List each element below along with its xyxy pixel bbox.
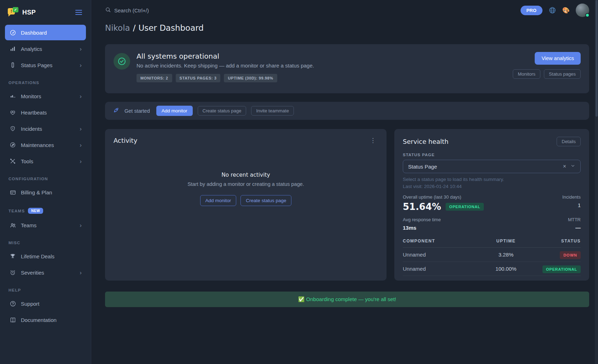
menu-toggle-button[interactable]: [74, 9, 83, 16]
sidebar-item-analytics[interactable]: Analytics ›: [5, 41, 86, 57]
status-page-select[interactable]: Status Page ×: [403, 160, 581, 173]
table-header-row: COMPONENT UPTIME STATUS: [403, 235, 581, 248]
add-monitor-button[interactable]: Add monitor: [156, 106, 193, 116]
table-row: Unnamed 3.28% DOWN: [403, 248, 581, 262]
online-status-dot: [585, 13, 590, 17]
sidebar-item-heartbeats[interactable]: Heartbeats: [5, 105, 86, 120]
section-header-teams: TEAMS NEW: [5, 201, 86, 217]
app-root: ! ✓ HSP Dashboard Analytics › Status Pag…: [0, 0, 598, 364]
question-circle-icon: [9, 300, 16, 307]
sidebar-item-incidents[interactable]: Incidents ›: [5, 121, 86, 136]
sidebar-item-label: Tools: [21, 158, 33, 164]
sidebar-item-billing-plan[interactable]: Billing & Plan: [5, 184, 86, 200]
hero-title: All systems operational: [137, 52, 314, 60]
main-content: Search (Ctrl+/) PRO 🎨 Nikola/User Dashbo…: [91, 0, 598, 364]
section-header-misc: MISC: [5, 234, 86, 248]
theme-palette-icon[interactable]: 🎨: [562, 7, 570, 14]
status-pages-button[interactable]: Status pages: [544, 69, 581, 79]
clear-icon[interactable]: ×: [563, 163, 566, 170]
page-title: User Dashboard: [138, 23, 204, 33]
sidebar-item-label: Lifetime Deals: [21, 253, 54, 259]
topbar-actions: PRO 🎨: [521, 4, 589, 17]
sidebar-item-monitors[interactable]: Monitors ›: [5, 88, 86, 104]
component-cell: Unnamed: [403, 262, 477, 276]
tools-icon: [9, 158, 16, 165]
hero-subtitle: No active incidents. Keep shipping — add…: [137, 63, 314, 69]
add-monitor-button[interactable]: Add monitor: [200, 195, 237, 206]
sidebar-item-label: Monitors: [21, 93, 41, 99]
activity-empty-state: No recent activity Start by adding a mon…: [114, 172, 378, 206]
chevron-down-icon[interactable]: [570, 163, 575, 170]
avg-response-stat: Avg response time 13ms: [403, 217, 441, 231]
last-visit-text: Last visit: 2026-01-24 10:44: [403, 184, 581, 189]
rocket-icon: [113, 107, 120, 115]
uptime-header: UPTIME: [477, 235, 534, 248]
system-status-card: All systems operational No active incide…: [105, 44, 589, 93]
select-helper-text: Select a status page to load its health …: [403, 177, 581, 182]
user-avatar[interactable]: [576, 4, 589, 17]
sidebar-item-maintenances[interactable]: Maintenances ›: [5, 137, 86, 153]
status-header: STATUS: [534, 235, 581, 248]
view-analytics-button[interactable]: View analytics: [535, 52, 581, 65]
get-started-label: Get started: [124, 108, 150, 114]
sidebar-item-dashboard[interactable]: Dashboard: [5, 25, 86, 40]
hero-actions: View analytics Monitors Status pages: [513, 52, 581, 79]
sidebar-item-label: Heartbeats: [21, 110, 47, 116]
monitors-chart-icon: [9, 93, 16, 100]
language-globe-icon[interactable]: [548, 6, 556, 14]
avg-response-value: 13ms: [403, 225, 441, 231]
book-icon: [9, 316, 16, 323]
chevron-right-icon: ›: [80, 142, 82, 148]
chevron-right-icon: ›: [80, 93, 82, 99]
sidebar-item-label: Documentation: [21, 317, 57, 323]
chevron-right-icon: ›: [80, 62, 82, 68]
hero-text: All systems operational No active incide…: [137, 52, 314, 86]
monitors-button[interactable]: Monitors: [513, 69, 540, 79]
invite-teammate-button[interactable]: Invite teammate: [251, 106, 294, 116]
sidebar-item-label: Support: [21, 301, 40, 307]
sidebar-item-support[interactable]: Support: [5, 296, 86, 311]
uptime-label: Overall uptime (last 30 days): [403, 194, 484, 200]
scrollbar[interactable]: [595, 0, 598, 364]
section-header-operations: OPERATIONS: [5, 74, 86, 88]
empty-state-subtitle: Start by adding a monitor or creating a …: [114, 181, 378, 187]
alarm-clock-icon: [9, 269, 16, 276]
chevron-right-icon: ›: [80, 222, 82, 228]
create-status-page-button[interactable]: Create status page: [198, 106, 246, 116]
incidents-label: Incidents: [562, 194, 581, 200]
logo-row: ! ✓ HSP: [5, 6, 86, 24]
sidebar-item-tools[interactable]: Tools ›: [5, 153, 86, 169]
avg-response-label: Avg response time: [403, 217, 441, 222]
incidents-value: 1: [562, 202, 581, 208]
search-placeholder: Search (Ctrl+/): [114, 7, 149, 13]
pro-badge[interactable]: PRO: [521, 6, 542, 15]
sidebar-item-teams[interactable]: Teams ›: [5, 217, 86, 233]
sidebar: ! ✓ HSP Dashboard Analytics › Status Pag…: [0, 0, 91, 364]
section-header-configuration: CONFIGURATION: [5, 170, 86, 184]
operational-badge: OPERATIONAL: [446, 203, 484, 211]
kebab-menu-icon[interactable]: ⋮: [368, 137, 378, 144]
search-icon: [105, 7, 111, 14]
service-health-title: Service health: [403, 138, 448, 145]
heartbeat-icon: [9, 109, 16, 116]
gauge-icon: [9, 29, 16, 36]
app-logo-icon: ! ✓: [8, 7, 18, 18]
activity-card: Activity ⋮ No recent activity Start by a…: [105, 129, 387, 281]
service-health-card: Service health Details STATUS PAGE Statu…: [394, 129, 589, 281]
operational-status-badge: OPERATIONAL: [542, 265, 581, 273]
sidebar-item-lifetime-deals[interactable]: Lifetime Deals: [5, 248, 86, 264]
uptime-value: 51.64%: [403, 201, 441, 212]
sidebar-item-label: Status Pages: [21, 62, 52, 68]
sidebar-item-documentation[interactable]: Documentation: [5, 312, 86, 328]
sidebar-item-status-pages[interactable]: Status Pages ›: [5, 57, 86, 73]
search-input[interactable]: Search (Ctrl+/): [105, 7, 149, 14]
create-status-page-button[interactable]: Create status page: [240, 195, 291, 206]
credit-card-icon: [9, 189, 16, 196]
details-button[interactable]: Details: [557, 137, 581, 146]
maintenance-wrench-icon: [9, 141, 16, 148]
scrollbar-thumb[interactable]: [596, 0, 598, 117]
chevron-right-icon: ›: [80, 126, 82, 132]
trophy-icon: [9, 253, 16, 260]
breadcrumb-parent-link[interactable]: Nikola: [105, 23, 130, 33]
sidebar-item-severities[interactable]: Severities ›: [5, 265, 86, 280]
